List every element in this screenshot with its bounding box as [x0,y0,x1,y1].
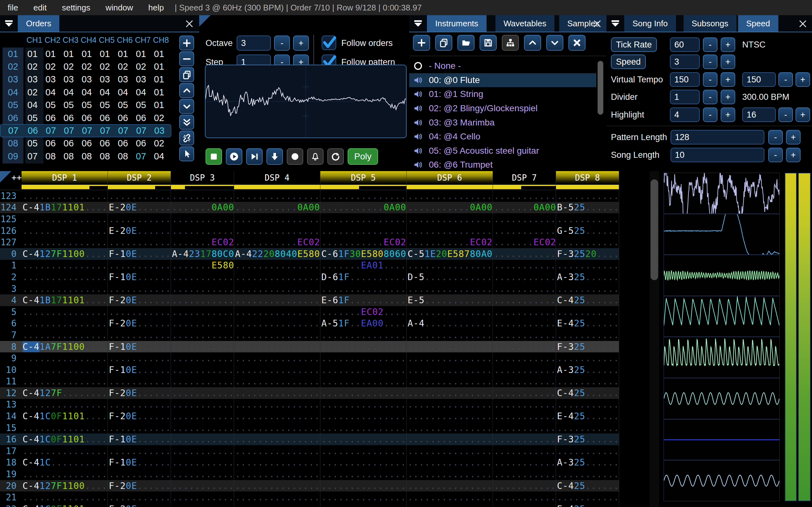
pattern-cell[interactable]: ............... [234,434,320,445]
pattern-cell[interactable]: ........... [108,376,171,388]
orders-cell[interactable]: 05 [60,100,78,110]
pattern-cursor-cell[interactable]: C-4 [22,342,40,352]
pattern-cell[interactable]: B-525...... [556,202,619,214]
pattern-cell[interactable]: ........... [556,352,619,364]
pattern-cell[interactable]: ............... [407,457,493,469]
highlight-input-2[interactable]: 16 [742,107,776,122]
pattern-cell[interactable]: ........... [108,422,171,434]
pattern-cell[interactable]: ............... [234,445,320,457]
pattern-cell[interactable]: .......EC02 [171,236,234,248]
orders-cell[interactable]: 03 [60,74,78,84]
pattern-cell[interactable]: ........... [493,283,556,295]
orders-cell[interactable]: 04 [60,87,78,98]
pattern-cell[interactable]: ............... [320,422,407,434]
pattern-row-22[interactable]: 22C-41C0F1101....F-20E..................… [0,503,619,507]
pattern-cell[interactable]: ............... [21,236,108,248]
orders-move-up-button[interactable] [179,83,194,98]
pattern-cell[interactable]: ........... [171,341,234,353]
orders-cell[interactable]: 06 [24,125,42,136]
pattern-cell[interactable]: ............... [234,329,320,341]
orders-row-05[interactable]: 050405050505050501 [0,99,171,112]
pattern-cell[interactable]: ............... [320,434,407,445]
orders-duplicate-button[interactable] [179,67,194,82]
pattern-cell[interactable]: ............... [234,410,320,422]
orders-row-07[interactable]: 070607070707070703 [0,124,171,137]
pattern-cell[interactable]: .......EC02.... [320,306,407,318]
pattern-cell[interactable]: ........... [493,190,556,202]
orders-cell[interactable]: 03 [114,74,132,84]
pattern-cell[interactable]: ........... [171,434,234,445]
pattern-cell[interactable]: ........... [493,271,556,283]
pattern-row-18[interactable]: 18C-41C..........F-10E..................… [0,457,619,469]
pattern-scrollbar[interactable] [650,171,659,507]
song-length-input[interactable]: 10 [670,148,764,162]
channel-header-dsp-5[interactable]: DSP 5 [320,171,407,190]
pattern-cell[interactable]: C-41B171101.... [21,202,108,214]
pattern-cell[interactable]: ............... [407,306,493,318]
pattern-cell[interactable]: ........... [493,410,556,422]
pattern-cell[interactable]: ........... [108,306,171,318]
pattern-cell[interactable]: ........... [171,387,234,399]
orders-cell[interactable]: 04 [42,87,60,98]
orders-cell[interactable]: 04 [23,100,42,110]
pattern-cell[interactable]: .......0A00 [493,202,556,214]
pattern-row-21[interactable]: 21......................................… [0,492,619,503]
pattern-cell[interactable]: ........... [493,503,556,507]
pattern-cell[interactable]: ...........EC02 [234,236,320,248]
pattern-row-13[interactable]: 13......................................… [0,399,619,411]
pattern-cell[interactable]: C-51E20E58780A0 [407,248,493,260]
instrument-add-button[interactable] [413,35,430,51]
pattern-cell[interactable]: ............... [234,364,320,376]
channel-header-dsp-2[interactable]: DSP 2 [108,171,171,190]
menu-item-window[interactable]: window [98,3,141,12]
pattern-cell[interactable]: C-4127F1100.... [21,480,108,492]
close-icon[interactable] [184,18,195,29]
play-pattern-button[interactable] [246,148,263,165]
pattern-cell[interactable]: ............... [407,480,493,492]
pattern-cell[interactable]: C-425...... [556,387,619,399]
pattern-row-123[interactable]: 123.....................................… [0,190,619,202]
pattern-cell[interactable]: ............... [320,399,407,411]
instrument-item[interactable]: 02: @2 Blingy/Glockenspiel [409,101,596,116]
pattern-cell[interactable]: ........... [171,399,234,411]
pattern-cell[interactable]: ............... [407,190,493,202]
pattern-cell[interactable]: D-5............ [407,271,493,283]
pattern-cell[interactable]: F-20E...... [108,410,171,422]
pattern-cell[interactable]: ........... [556,445,619,457]
orders-remove-button[interactable] [179,51,194,66]
pattern-cell[interactable]: ........... [493,248,556,260]
pattern-cell[interactable]: ........... [108,260,171,272]
orders-cell[interactable]: 06 [78,113,96,123]
repeat-button[interactable] [327,148,344,165]
pattern-cell[interactable]: ............... [407,329,493,341]
orders-cell[interactable]: 01 [150,49,168,59]
orders-cell[interactable]: 01 [96,49,114,59]
pattern-cell[interactable]: .......0A00 [171,202,234,214]
tick-rate-decrement-button[interactable]: - [703,38,717,52]
orders-row-02[interactable]: 020202020202020201 [0,60,171,73]
pattern-cell[interactable]: ............... [407,445,493,457]
pattern-cell[interactable]: ............... [21,399,108,411]
highlight-decrement-button-2[interactable]: - [778,107,793,122]
pattern-row-11[interactable]: 11......................................… [0,376,619,388]
pattern-cell[interactable]: ........... [493,294,556,306]
tab-wavetables[interactable]: Wavetables [496,15,555,32]
pattern-cell[interactable]: ............... [407,422,493,434]
pattern-cell[interactable]: ........... [493,457,556,469]
pattern-cell[interactable]: F-10E...... [108,364,171,376]
pattern-row-8[interactable]: 8C-41A7F1100....F-10E...................… [0,341,619,353]
pattern-cell[interactable]: ............... [320,457,407,469]
pattern-cell[interactable]: C-425...... [556,294,619,306]
pattern-cell[interactable]: ........... [493,329,556,341]
pattern-cell[interactable]: E-425...... [556,318,619,330]
pattern-row-19[interactable]: 19......................................… [0,468,619,480]
orders-cell[interactable]: 01 [42,49,60,59]
close-icon[interactable] [798,18,808,29]
instrument-item[interactable]: 04: @4 Cello [409,130,596,144]
pattern-cell[interactable]: ............... [320,503,407,507]
tab-subsongs[interactable]: Subsongs [683,15,737,32]
pattern-cell[interactable]: ............... [21,376,108,388]
pattern-cell[interactable]: ............... [234,341,320,353]
pattern-cell[interactable]: ........... [108,190,171,202]
pattern-cell[interactable]: ............... [234,294,320,306]
